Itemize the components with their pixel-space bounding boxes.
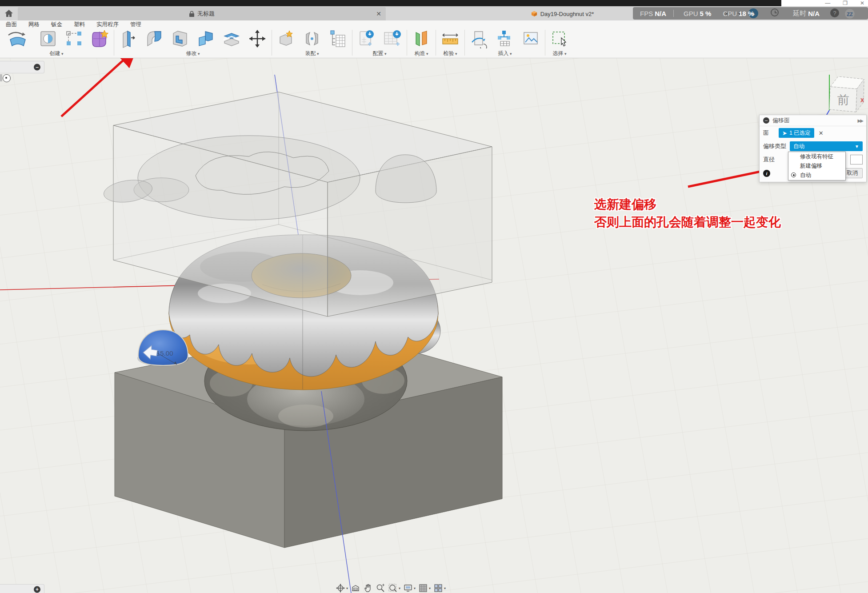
display-settings-button[interactable]: ▾ — [403, 583, 416, 593]
mold-donut-impression — [138, 136, 360, 220]
gpu-label: GPU — [684, 10, 698, 17]
zoom-button[interactable] — [376, 583, 385, 593]
tab-mesh[interactable]: 网格 — [23, 20, 45, 28]
latency-value: N/A — [808, 10, 820, 17]
panel-insert: 插入 — [467, 28, 543, 57]
chevron-down-icon: ▾ — [429, 586, 431, 590]
tab-title: 无标题 — [197, 10, 215, 18]
diameter-input[interactable] — [850, 155, 863, 164]
document-cube-icon — [531, 11, 537, 17]
origin-visibility-icon[interactable] — [3, 74, 11, 82]
close-window-button[interactable]: ✕ — [860, 0, 864, 6]
offset-type-value: 自动 — [793, 143, 804, 150]
chevron-down-icon: ▾ — [399, 586, 400, 590]
panel-select: 选择 — [547, 28, 572, 57]
comments-expand-button[interactable]: + — [34, 586, 40, 593]
face-label: 面 — [763, 129, 769, 137]
tab-untitled[interactable]: 无标题 ✕ — [18, 7, 386, 20]
option-new-offset[interactable]: 新建偏移 — [788, 161, 845, 171]
bom-list-button[interactable] — [328, 29, 348, 48]
insert-mcmaster-button[interactable] — [495, 29, 515, 48]
shell-button[interactable] — [170, 29, 190, 48]
latency-label: 延时 — [793, 9, 806, 18]
look-at-button[interactable] — [351, 583, 360, 593]
ribbon-toolbar: 曲面 网格 钣金 塑料 实用程序 管理 创建 — [0, 20, 868, 58]
browser-collapse-button[interactable]: – — [34, 64, 40, 71]
panel-label-assemble[interactable]: 装配 — [305, 50, 319, 57]
browser-edge-strip — [0, 74, 2, 81]
comments-panel-collapsed: + — [0, 584, 44, 593]
tab-utilities[interactable]: 实用程序 — [91, 20, 124, 28]
close-tab-icon[interactable]: ✕ — [376, 10, 381, 17]
dialog-expand-icon[interactable]: ▶▶ — [858, 118, 863, 123]
panel-label-modify[interactable]: 修改 — [186, 50, 200, 57]
orbit-button[interactable]: ▾ — [336, 583, 348, 593]
manipulator-value: 15.00 — [156, 349, 173, 357]
minimize-button[interactable]: — — [825, 0, 830, 6]
configuration-table-button[interactable] — [383, 29, 402, 48]
tab-surface[interactable]: 曲面 — [0, 20, 23, 28]
offset-face-button[interactable] — [119, 29, 138, 48]
panel-construct: 构造 — [409, 28, 434, 57]
chevron-down-icon: ▾ — [444, 586, 446, 590]
insert-canvas-button[interactable] — [521, 29, 540, 48]
insert-derive-button[interactable] — [469, 29, 489, 48]
tab-manage[interactable]: 管理 — [124, 20, 147, 28]
fillet-button[interactable] — [144, 29, 164, 48]
cursor-icon: ➤ — [782, 130, 787, 136]
tab-title: Day19-Doughnut v2* — [540, 11, 594, 17]
option-modify-existing[interactable]: 修改现有特征 — [788, 152, 845, 161]
workspace-tabs: 曲面 网格 钣金 塑料 实用程序 管理 — [0, 20, 147, 28]
dialog-header[interactable]: – 偏移面 ▶▶ — [760, 115, 866, 126]
navigation-bar: ▾ ▾ ▾ ▾ ▾ — [336, 583, 446, 593]
offset-type-label: 偏移类型 — [763, 142, 786, 150]
document-tab-bar: 无标题 ✕ Day19-Doughnut v2* ✕ + ▲ ? ZZ FPS … — [0, 6, 868, 20]
joint-button[interactable] — [302, 29, 322, 48]
viewports-button[interactable]: ▾ — [433, 583, 446, 593]
measure-button[interactable] — [440, 29, 460, 48]
deselect-button[interactable]: ✕ — [819, 130, 824, 136]
dialog-collapse-icon[interactable]: – — [763, 117, 769, 124]
panel-label-configure[interactable]: 配置 — [372, 50, 386, 57]
split-body-button[interactable] — [222, 29, 241, 48]
panel-label-insert[interactable]: 插入 — [498, 50, 512, 57]
lock-icon — [189, 11, 195, 17]
offset-type-dropdown[interactable]: 自动 ▼ — [790, 141, 863, 151]
create-pattern-button[interactable] — [64, 29, 84, 48]
grid-settings-button[interactable]: ▾ — [418, 583, 431, 593]
new-configuration-button[interactable] — [357, 29, 376, 48]
panel-label-create[interactable]: 创建 — [49, 50, 63, 57]
panel-label-select[interactable]: 选择 — [552, 50, 566, 57]
fps-value: N/A — [655, 10, 666, 17]
new-component-button[interactable] — [276, 29, 296, 48]
cpu-label: CPU — [723, 10, 737, 17]
dialog-title: 偏移面 — [772, 116, 790, 124]
create-form-button[interactable] — [4, 29, 32, 48]
tab-sheetmetal[interactable]: 钣金 — [45, 20, 68, 28]
offset-type-popup: 修改现有特征 新建偏移 自动 — [788, 152, 846, 180]
create-freeform-button[interactable] — [90, 29, 109, 48]
panel-modify: 修改 — [116, 28, 270, 57]
create-hole-button[interactable] — [38, 29, 58, 48]
viewcube-front-face[interactable]: 前 — [837, 92, 850, 108]
restore-button[interactable]: ❐ — [843, 0, 848, 6]
combine-button[interactable] — [196, 29, 216, 48]
move-copy-button[interactable] — [248, 29, 267, 48]
select-button[interactable] — [550, 29, 569, 48]
pan-button[interactable] — [363, 583, 373, 593]
panel-create: 创建 — [1, 28, 112, 57]
construct-plane-button[interactable] — [412, 29, 431, 48]
svg-text:X: X — [860, 97, 864, 104]
zoom-window-button[interactable]: ▾ — [388, 583, 400, 593]
face-selection-chip[interactable]: ➤ 1 已选定 — [779, 128, 814, 138]
browser-panel-collapsed: – — [0, 61, 44, 73]
panel-label-inspect[interactable]: 检验 — [443, 50, 457, 57]
cpu-value: 18 % — [739, 10, 754, 17]
panel-label-construct[interactable]: 构造 — [414, 50, 428, 57]
tab-plastic[interactable]: 塑料 — [68, 20, 91, 28]
scene-svg: Z Y X — [0, 58, 868, 593]
viewport-3d[interactable]: Z Y X 前 15.00 – + 选新建偏移 否则上面的孔会随着调整一起变化 … — [0, 58, 868, 593]
home-button[interactable] — [2, 7, 16, 20]
info-icon[interactable]: i — [763, 170, 770, 177]
option-automatic[interactable]: 自动 — [788, 171, 845, 180]
